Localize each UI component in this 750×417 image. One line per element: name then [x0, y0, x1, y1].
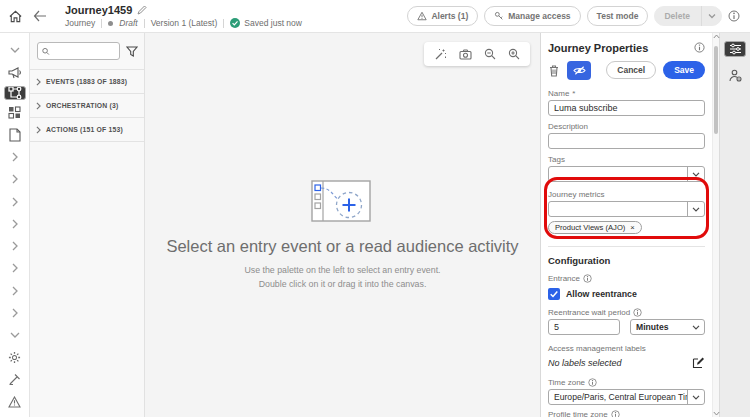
- search-icon: [42, 47, 50, 56]
- wait-info-icon[interactable]: [633, 308, 642, 317]
- settings-gear-icon[interactable]: [4, 347, 26, 367]
- nav-chevron-right-icon-2[interactable]: [4, 169, 26, 189]
- journey-canvas[interactable]: Select an entry event or a read audience…: [145, 33, 540, 417]
- palette-search-input[interactable]: [53, 47, 115, 56]
- auto-arrange-wand-icon[interactable]: [434, 48, 447, 61]
- checkbox-checked-icon[interactable]: [548, 288, 560, 300]
- activity-palette: EVENTS (1883 OF 1883) ORCHESTRATION (3) …: [30, 33, 145, 417]
- metric-chip-product-views[interactable]: Product Views (AJO) ×: [548, 221, 642, 234]
- delete-journey-trash-icon[interactable]: [548, 64, 560, 77]
- description-input[interactable]: [548, 133, 705, 149]
- palette-section-actions[interactable]: ACTIONS (151 OF 153): [30, 118, 144, 142]
- save-button[interactable]: Save: [663, 61, 705, 79]
- journey-metrics-chevron-down-icon[interactable]: [687, 202, 704, 216]
- breadcrumb-journey[interactable]: Journey: [65, 18, 95, 28]
- snapshot-camera-icon[interactable]: [459, 49, 472, 60]
- timezone-info-icon[interactable]: [588, 378, 597, 387]
- top-bar-left: Journey1459 Journey Draft Version 1 (Lat…: [8, 4, 302, 28]
- nav-chevron-right-icon-1[interactable]: [4, 147, 26, 167]
- allow-reentrance-checkbox-row[interactable]: Allow reentrance: [548, 288, 705, 300]
- allow-reentrance-label: Allow reentrance: [566, 289, 637, 299]
- chevron-right-icon: [36, 102, 41, 110]
- profile-timezone-label: Profile time zone: [548, 410, 705, 417]
- timezone-label: Time zone: [548, 378, 705, 387]
- delete-button[interactable]: Delete: [654, 6, 722, 26]
- help-info-icon[interactable]: [728, 10, 740, 22]
- collapse-rail-chevron-icon[interactable]: [4, 40, 26, 60]
- palette-section-events[interactable]: EVENTS (1883 OF 1883): [30, 70, 144, 94]
- required-marker: *: [572, 89, 575, 98]
- zoom-out-icon[interactable]: [484, 48, 496, 60]
- nav-chevron-right-icon-5[interactable]: [4, 236, 26, 256]
- nav-chevron-right-icon-4[interactable]: [4, 214, 26, 234]
- journey-metrics-select[interactable]: [548, 201, 705, 217]
- palette-search-box[interactable]: [37, 42, 120, 60]
- cancel-button[interactable]: Cancel: [606, 61, 656, 79]
- wait-period-input[interactable]: [548, 319, 620, 335]
- test-mode-button[interactable]: Test mode: [587, 6, 649, 26]
- wait-unit-select[interactable]: Minutes: [630, 319, 705, 335]
- configuration-heading: Configuration: [548, 255, 705, 266]
- access-labels-value: No labels selected: [548, 358, 622, 368]
- campaigns-megaphone-icon[interactable]: [4, 62, 26, 82]
- empty-state-hint: Use the palette on the left to select an…: [145, 264, 540, 291]
- canvas-toolbar: [424, 42, 530, 66]
- alerts-button[interactable]: Alerts (1): [407, 6, 478, 26]
- chip-remove-icon[interactable]: ×: [630, 223, 634, 232]
- dashboard-grid-icon[interactable]: [4, 102, 26, 122]
- zoom-in-icon[interactable]: [508, 48, 520, 60]
- properties-scrollbar[interactable]: [712, 33, 719, 417]
- tags-select[interactable]: [548, 166, 705, 182]
- journey-title: Journey1459: [65, 4, 132, 16]
- palette-sections: EVENTS (1883 OF 1883) ORCHESTRATION (3) …: [30, 69, 144, 142]
- back-arrow-icon[interactable]: [33, 10, 47, 22]
- nav-chevron-right-icon-3[interactable]: [4, 191, 26, 211]
- bottom-collapse-chevron-icon[interactable]: [4, 325, 26, 345]
- nav-chevron-right-icon-6[interactable]: [4, 258, 26, 278]
- status-dot: [108, 21, 113, 26]
- scroll-down-arrow-icon[interactable]: [713, 411, 720, 416]
- status-badge: Draft: [119, 18, 137, 28]
- saved-status: Saved just now: [230, 18, 302, 28]
- saved-text: Saved just now: [244, 18, 302, 28]
- profile-settings-person-icon[interactable]: [724, 64, 746, 86]
- name-input[interactable]: [548, 100, 705, 116]
- reentrance-wait-label: Reentrance wait period: [548, 308, 705, 317]
- hint-line-1: Use the palette on the left to select an…: [145, 264, 540, 278]
- timezone-chevron-down-icon[interactable]: [687, 390, 704, 404]
- delete-more-button[interactable]: [701, 6, 721, 26]
- nav-chevron-right-icon-7[interactable]: [4, 280, 26, 300]
- wait-unit-chevron-down-icon[interactable]: [687, 320, 704, 334]
- properties-sliders-icon-selected[interactable]: [724, 41, 746, 57]
- properties-info-icon[interactable]: [694, 42, 705, 53]
- sandboxes-icon[interactable]: [4, 369, 26, 389]
- timezone-select[interactable]: Europe/Paris, Central European Time, ...: [548, 389, 705, 405]
- warning-triangle-icon[interactable]: [4, 392, 26, 412]
- nav-chevron-right-icon-8[interactable]: [4, 303, 26, 323]
- chevron-right-icon: [36, 126, 41, 134]
- scrollbar-thumb[interactable]: [714, 46, 718, 134]
- access-labels-row: No labels selected: [548, 356, 705, 369]
- edit-labels-icon[interactable]: [692, 356, 705, 369]
- palette-section-orchestration[interactable]: ORCHESTRATION (3): [30, 94, 144, 118]
- mute-alerts-eye-off-button[interactable]: [567, 61, 591, 80]
- reports-document-icon[interactable]: [4, 125, 26, 145]
- version-label[interactable]: Version 1 (Latest): [151, 18, 218, 28]
- profile-timezone-info-icon[interactable]: [611, 410, 620, 417]
- divider: [101, 19, 102, 28]
- scroll-up-arrow-icon[interactable]: [713, 34, 720, 39]
- palette-search-row: [30, 33, 144, 69]
- home-icon[interactable]: [8, 9, 23, 24]
- entrance-info-icon[interactable]: [583, 274, 592, 283]
- tags-chevron-down-icon[interactable]: [687, 167, 704, 181]
- right-rail: [719, 33, 750, 417]
- edit-title-pencil-icon[interactable]: [137, 5, 147, 15]
- canvas-empty-state: Select an entry event or a read audience…: [145, 180, 540, 291]
- warning-triangle-icon: [417, 11, 427, 21]
- manage-access-button[interactable]: Manage access: [484, 6, 580, 26]
- journeys-icon-selected[interactable]: [4, 86, 26, 101]
- empty-state-title: Select an entry event or a read audience…: [145, 237, 540, 256]
- filter-icon[interactable]: [126, 46, 138, 57]
- description-label: Description: [548, 122, 705, 131]
- key-icon: [494, 11, 504, 21]
